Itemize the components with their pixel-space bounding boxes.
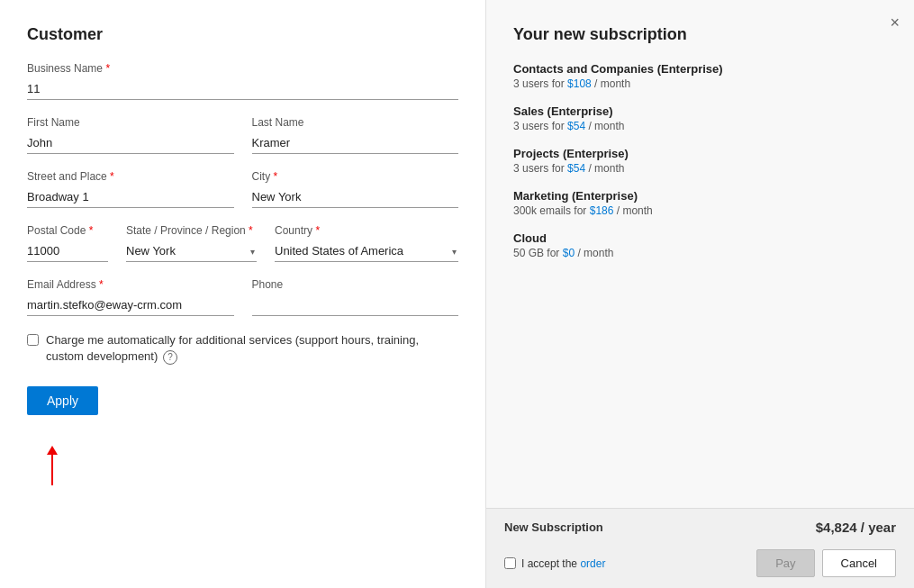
subscription-item: Cloud 50 GB for $0 / month	[513, 231, 887, 259]
auto-charge-label: Charge me automatically for additional s…	[46, 332, 458, 365]
cancel-button[interactable]: Cancel	[822, 549, 896, 577]
bottom-bar: New Subscription $4,824 / year I accept …	[486, 508, 914, 588]
phone-input[interactable]	[252, 294, 459, 316]
total-label: New Subscription	[504, 520, 603, 534]
business-name-group: Business Name *	[27, 62, 458, 100]
arrow-line	[51, 454, 53, 485]
sub-item-price: 3 users for $54 / month	[513, 162, 887, 175]
state-group: State / Province / Region * New York ▾	[126, 224, 257, 262]
sub-item-name: Marketing (Enterprise)	[513, 189, 887, 203]
country-select[interactable]: United States of America	[275, 240, 458, 262]
street-label: Street and Place *	[27, 170, 234, 183]
country-select-wrapper: United States of America ▾	[275, 240, 458, 262]
sub-item-price-value: $108	[567, 77, 592, 90]
sub-item-price: 50 GB for $0 / month	[513, 247, 887, 259]
phone-label: Phone	[252, 278, 459, 291]
sub-item-price-value: $54	[567, 162, 585, 175]
subscription-item: Projects (Enterprise) 3 users for $54 / …	[513, 147, 887, 175]
street-input[interactable]	[27, 186, 234, 208]
accept-row: I accept the order	[504, 557, 605, 570]
auto-charge-row: Charge me automatically for additional s…	[27, 332, 458, 368]
country-group: Country * United States of America ▾	[275, 224, 458, 262]
order-link[interactable]: order	[580, 557, 605, 570]
auto-charge-checkbox[interactable]	[27, 334, 39, 346]
state-label: State / Province / Region *	[126, 224, 257, 237]
accept-checkbox[interactable]	[504, 557, 516, 569]
sub-item-name: Cloud	[513, 231, 887, 245]
email-label: Email Address *	[27, 278, 234, 291]
subscription-title: Your new subscription	[513, 25, 887, 44]
form-actions: Pay Cancel	[756, 549, 896, 577]
country-label: Country *	[275, 224, 458, 237]
first-name-input[interactable]	[27, 132, 234, 154]
help-icon[interactable]: ?	[163, 350, 177, 365]
last-name-label: Last Name	[252, 116, 459, 129]
sub-item-price: 300k emails for $186 / month	[513, 204, 887, 217]
first-name-group: First Name	[27, 116, 234, 154]
sub-item-name: Sales (Enterprise)	[513, 104, 887, 118]
pay-button[interactable]: Pay	[756, 549, 814, 577]
first-name-label: First Name	[27, 116, 234, 129]
subscription-item: Marketing (Enterprise) 300k emails for $…	[513, 189, 887, 217]
city-input[interactable]	[252, 186, 459, 208]
close-button[interactable]: ×	[890, 14, 900, 31]
business-name-input[interactable]	[27, 78, 458, 100]
subscription-item: Contacts and Companies (Enterprise) 3 us…	[513, 62, 887, 90]
customer-title: Customer	[27, 25, 458, 44]
email-group: Email Address *	[27, 278, 234, 316]
postal-code-input[interactable]	[27, 240, 108, 262]
sub-item-price: 3 users for $54 / month	[513, 120, 887, 132]
subscription-panel: × Your new subscription Contacts and Com…	[486, 0, 914, 588]
sub-item-name: Projects (Enterprise)	[513, 147, 887, 160]
street-group: Street and Place *	[27, 170, 234, 208]
apply-button[interactable]: Apply	[27, 386, 98, 415]
email-input[interactable]	[27, 294, 234, 316]
phone-group: Phone	[252, 278, 459, 316]
city-group: City *	[252, 170, 459, 208]
customer-form-panel: Customer Business Name * First Name Last…	[0, 0, 486, 588]
actions-row: I accept the order Pay Cancel	[504, 549, 896, 577]
state-select[interactable]: New York	[126, 240, 257, 262]
state-select-wrapper: New York ▾	[126, 240, 257, 262]
total-amount: $4,824 / year	[816, 520, 896, 535]
total-row: New Subscription $4,824 / year	[504, 520, 896, 535]
subscription-item: Sales (Enterprise) 3 users for $54 / mon…	[513, 104, 887, 132]
postal-code-label: Postal Code *	[27, 224, 108, 237]
sub-item-price: 3 users for $108 / month	[513, 77, 887, 90]
business-name-label: Business Name *	[27, 62, 458, 75]
sub-item-price-value: $0	[563, 247, 575, 259]
last-name-input[interactable]	[252, 132, 459, 154]
subscription-list: Contacts and Companies (Enterprise) 3 us…	[513, 62, 887, 259]
sub-item-price-value: $54	[567, 120, 585, 132]
accept-label: I accept the order	[521, 557, 605, 570]
sub-item-price-value: $186	[590, 204, 614, 217]
postal-code-group: Postal Code *	[27, 224, 108, 262]
last-name-group: Last Name	[252, 116, 459, 154]
city-label: City *	[252, 170, 459, 183]
sub-item-name: Contacts and Companies (Enterprise)	[513, 62, 887, 76]
arrow-indicator	[47, 446, 58, 485]
